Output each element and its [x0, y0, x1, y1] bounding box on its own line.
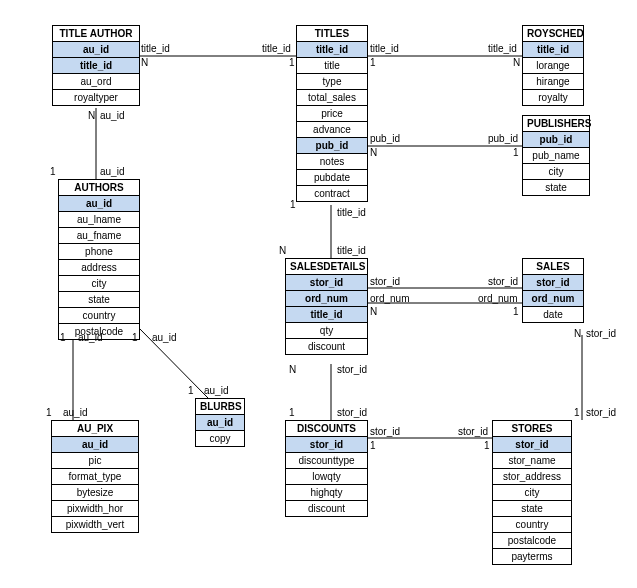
rel-card: 1: [370, 440, 376, 451]
col-ord_num: ord_num: [286, 291, 367, 307]
col-address: address: [59, 260, 139, 276]
rel-card: N: [513, 57, 520, 68]
col-ord_num: ord_num: [523, 291, 583, 307]
col-pixwidth_vert: pixwidth_vert: [52, 517, 138, 532]
rel-label: title_id: [337, 245, 366, 256]
col-au_id: au_id: [52, 437, 138, 453]
rel-label: title_id: [262, 43, 291, 54]
entity-header: BLURBS: [196, 399, 244, 415]
rel-label: au_id: [78, 332, 102, 343]
rel-card: 1: [289, 407, 295, 418]
entity-sales: SALES stor_id ord_num date: [522, 258, 584, 323]
col-title_id: title_id: [53, 58, 139, 74]
col-stor_name: stor_name: [493, 453, 571, 469]
col-contract: contract: [297, 186, 367, 201]
col-title: title: [297, 58, 367, 74]
entity-roysched: ROYSCHED title_id lorange hirange royalt…: [522, 25, 584, 106]
col-state: state: [523, 180, 589, 195]
col-payterms: payterms: [493, 549, 571, 564]
rel-label: title_id: [337, 207, 366, 218]
col-lowqty: lowqty: [286, 469, 367, 485]
col-country: country: [59, 308, 139, 324]
col-notes: notes: [297, 154, 367, 170]
entity-au-pix: AU_PIX au_id pic format_type bytesize pi…: [51, 420, 139, 533]
entity-header: PUBLISHERS: [523, 116, 589, 132]
rel-label: title_id: [370, 43, 399, 54]
rel-label: stor_id: [488, 276, 518, 287]
col-au_id: au_id: [196, 415, 244, 431]
entity-salesdetails: SALESDETAILS stor_id ord_num title_id qt…: [285, 258, 368, 355]
rel-card: N: [370, 306, 377, 317]
entity-header: TITLE AUTHOR: [53, 26, 139, 42]
entity-authors: AUTHORS au_id au_lname au_fname phone ad…: [58, 179, 140, 340]
entity-discounts: DISCOUNTS stor_id discounttype lowqty hi…: [285, 420, 368, 517]
rel-label: ord_num: [478, 293, 517, 304]
col-state: state: [59, 292, 139, 308]
entity-header: ROYSCHED: [523, 26, 583, 42]
rel-label: au_id: [63, 407, 87, 418]
col-city: city: [493, 485, 571, 501]
entity-blurbs: BLURBS au_id copy: [195, 398, 245, 447]
col-au_fname: au_fname: [59, 228, 139, 244]
col-au_id: au_id: [59, 196, 139, 212]
col-lorange: lorange: [523, 58, 583, 74]
col-discounttype: discounttype: [286, 453, 367, 469]
rel-label: stor_id: [370, 426, 400, 437]
rel-label: au_id: [204, 385, 228, 396]
col-title_id: title_id: [523, 42, 583, 58]
rel-card: 1: [188, 385, 194, 396]
col-au_ord: au_ord: [53, 74, 139, 90]
rel-label: stor_id: [586, 328, 616, 339]
rel-card: 1: [484, 440, 490, 451]
rel-card: N: [88, 110, 95, 121]
col-royaltyper: royaltyper: [53, 90, 139, 105]
rel-card: N: [141, 57, 148, 68]
col-bytesize: bytesize: [52, 485, 138, 501]
rel-card: 1: [574, 407, 580, 418]
entity-header: DISCOUNTS: [286, 421, 367, 437]
rel-card: 1: [132, 332, 138, 343]
col-pub_id: pub_id: [523, 132, 589, 148]
rel-card: 1: [289, 57, 295, 68]
rel-label: stor_id: [370, 276, 400, 287]
rel-label: title_id: [141, 43, 170, 54]
entity-stores: STORES stor_id stor_name stor_address ci…: [492, 420, 572, 565]
col-pubdate: pubdate: [297, 170, 367, 186]
rel-label: stor_id: [586, 407, 616, 418]
col-stor_id: stor_id: [286, 275, 367, 291]
rel-label: stor_id: [337, 364, 367, 375]
col-pub_id: pub_id: [297, 138, 367, 154]
col-price: price: [297, 106, 367, 122]
col-pixwidth_hor: pixwidth_hor: [52, 501, 138, 517]
entity-header: STORES: [493, 421, 571, 437]
rel-card: 1: [50, 166, 56, 177]
entity-header: SALESDETAILS: [286, 259, 367, 275]
rel-label: au_id: [152, 332, 176, 343]
col-country: country: [493, 517, 571, 533]
rel-card: 1: [290, 199, 296, 210]
entity-titles: TITLES title_id title type total_sales p…: [296, 25, 368, 202]
entity-publishers: PUBLISHERS pub_id pub_name city state: [522, 115, 590, 196]
col-discount: discount: [286, 501, 367, 516]
col-city: city: [523, 164, 589, 180]
entity-header: AU_PIX: [52, 421, 138, 437]
col-stor_id: stor_id: [523, 275, 583, 291]
rel-card: 1: [46, 407, 52, 418]
col-hirange: hirange: [523, 74, 583, 90]
entity-title-author: TITLE AUTHOR au_id title_id au_ord royal…: [52, 25, 140, 106]
col-copy: copy: [196, 431, 244, 446]
col-stor_id: stor_id: [286, 437, 367, 453]
rel-label: pub_id: [488, 133, 518, 144]
entity-header: SALES: [523, 259, 583, 275]
col-qty: qty: [286, 323, 367, 339]
rel-label: ord_num: [370, 293, 409, 304]
rel-card: 1: [370, 57, 376, 68]
col-royalty: royalty: [523, 90, 583, 105]
col-city: city: [59, 276, 139, 292]
col-stor_address: stor_address: [493, 469, 571, 485]
rel-card: 1: [513, 306, 519, 317]
col-phone: phone: [59, 244, 139, 260]
rel-card: N: [574, 328, 581, 339]
rel-label: title_id: [488, 43, 517, 54]
col-date: date: [523, 307, 583, 322]
